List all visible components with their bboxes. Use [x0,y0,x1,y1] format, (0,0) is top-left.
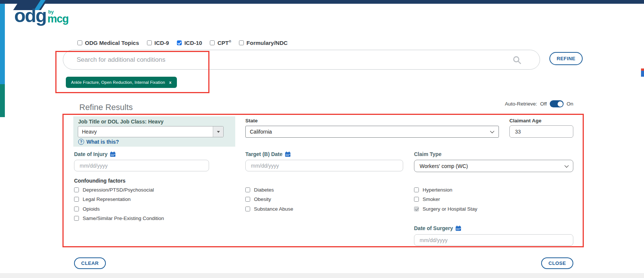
claim-type-label: Claim Type [414,151,442,157]
checkbox[interactable] [74,207,79,211]
checkbox-label: Legal Representation [83,196,131,202]
auto-retrieve-on-label: On [567,101,573,107]
checkbox-label: Opioids [83,206,100,212]
state-select[interactable]: California [245,126,499,138]
formulary-ndc-checkbox[interactable] [239,40,244,45]
checkbox-substance-abuse[interactable]: Substance Abuse [245,206,293,212]
target-b-date-input[interactable] [245,160,403,171]
chip-remove-icon[interactable]: x [169,80,171,85]
question-circle-icon: ? [78,139,84,145]
icd-10-checkbox[interactable] [177,40,182,45]
checkbox[interactable] [414,197,419,202]
calendar-icon[interactable] [285,152,291,157]
icd-9-checkbox[interactable] [147,40,152,45]
date-of-injury-input[interactable] [74,160,209,171]
checkbox-surgery-or-hospital-stay: Surgery or Hospital Stay [414,206,477,212]
state-label: State [245,118,258,123]
chevron-down-icon [564,163,568,167]
claimant-age-input[interactable] [509,125,573,138]
checkbox[interactable] [245,187,250,192]
checkbox[interactable] [74,216,79,221]
filter-cpt[interactable]: CPT® [210,40,231,46]
left-teal-stripe [0,84,5,117]
search-icon[interactable] [512,55,522,65]
checkbox [414,207,419,211]
date-of-surgery-input[interactable] [414,234,573,246]
checkbox[interactable] [245,197,250,202]
dropdown-arrow-icon [217,131,220,133]
search-input[interactable] [77,51,507,69]
filter-label: Formulary/NDC [246,40,288,46]
auto-retrieve-control: Auto-Retrieve: Off On [505,100,573,107]
checkbox-same-similar-pre-existing-condition[interactable]: Same/Similar Pre-Existing Condition [74,215,164,222]
edge-artifact-blue [641,71,644,77]
checkbox-label: Hypertension [423,187,453,193]
filter-label: ICD-10 [184,40,202,46]
job-class-dropdown-button[interactable] [213,126,223,137]
bottom-gray-band [0,273,644,278]
filter-label: ODG Medical Topics [85,40,139,46]
toggle-knob [558,101,563,107]
confounding-factors-title: Confounding factors [74,178,126,184]
condition-chip-label: Ankle Fracture, Open Reduction, Internal… [71,80,165,85]
cpt-checkbox[interactable] [210,40,215,45]
calendar-icon[interactable] [110,152,116,157]
calendar-icon[interactable] [456,226,461,231]
condition-chip[interactable]: Ankle Fracture, Open Reduction, Internal… [66,77,177,88]
checkbox-smoker[interactable]: Smoker [414,196,440,202]
odg-medical-topics-checkbox[interactable] [77,40,82,45]
checkbox-label: Same/Similar Pre-Existing Condition [83,216,164,221]
state-value: California [250,129,272,135]
checkbox-hypertension[interactable]: Hypertension [414,187,453,193]
checkbox-opioids[interactable]: Opioids [74,206,100,212]
checkbox-label: Substance Abuse [254,206,293,212]
auto-retrieve-off-label: Off [540,101,547,107]
filter-label: ICD-9 [154,40,169,46]
checkbox[interactable] [74,187,79,192]
auto-retrieve-label: Auto-Retrieve: [505,101,537,107]
checkbox-diabetes[interactable]: Diabetes [245,187,274,193]
chevron-down-icon [490,129,494,133]
job-class-combobox[interactable]: Heavy [78,126,224,137]
date-of-surgery-label: Date of Surgery [414,225,461,231]
odg-by-mcg-logo: odg by mcg [14,7,68,24]
claim-type-select[interactable]: Workers' comp (WC) [414,160,573,172]
checkbox-obesity[interactable]: Obesity [245,196,271,202]
left-blue-stripe [0,4,5,84]
target-b-date-label: Target (B) Date [245,151,291,157]
logo-odg-text: odg [14,7,46,24]
checkbox[interactable] [74,197,79,202]
date-of-injury-label: Date of Injury [74,151,116,157]
checkbox[interactable] [245,207,250,211]
what-is-this-link[interactable]: ? What is this? [78,139,119,145]
job-class-label: Job Title or DOL Job Class: Heavy [78,119,163,125]
filter-icd-9[interactable]: ICD-9 [147,40,169,46]
page: odg by mcg ODG Medical Topics ICD-9 ICD-… [0,0,644,278]
refine-button[interactable]: REFINE [549,52,583,65]
checkbox-label: Diabetes [254,187,274,193]
top-navy-bar [0,0,644,4]
checkbox-label: Surgery or Hospital Stay [423,206,477,212]
filter-formulary-ndc[interactable]: Formulary/NDC [239,40,288,46]
checkbox-depression-ptsd-psychosocial[interactable]: Depression/PTSD/Psychosocial [74,187,154,193]
checkbox-label: Depression/PTSD/Psychosocial [83,187,154,193]
claimant-age-label: Claimant Age [509,118,542,123]
category-filter-row: ODG Medical Topics ICD-9 ICD-10 CPT® For… [77,40,288,46]
clear-button[interactable]: CLEAR [74,257,106,269]
close-button[interactable]: CLOSE [541,257,573,269]
checkbox-label: Obesity [254,196,271,202]
filter-icd-10[interactable]: ICD-10 [177,40,202,46]
claim-type-value: Workers' comp (WC) [420,163,468,169]
logo-mcg-text: mcg [47,14,69,24]
what-is-this-text: What is this? [86,139,119,145]
job-class-value: Heavy [78,126,213,137]
checkbox-legal-representation[interactable]: Legal Representation [74,196,131,202]
search-bar [63,50,540,70]
auto-retrieve-toggle[interactable] [550,100,564,107]
checkbox-label: Smoker [423,196,440,202]
filter-odg-medical-topics[interactable]: ODG Medical Topics [77,40,139,46]
refine-results-title: Refine Results [79,103,133,112]
filter-label: CPT® [217,40,231,46]
checkbox[interactable] [414,187,419,192]
